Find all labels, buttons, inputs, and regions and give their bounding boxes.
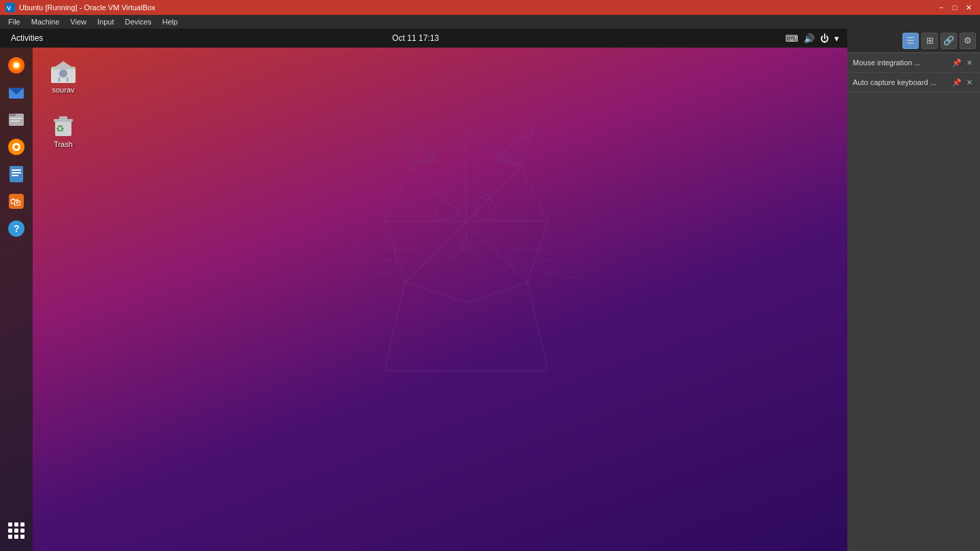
topbar-right: ⌨ 🔊 ⏻ ▾ (785, 33, 839, 44)
svg-point-36 (14, 145, 18, 149)
dock-writer[interactable] (4, 162, 29, 186)
title-bar: V Ubuntu [Running] - Oracle VM VirtualBo… (0, 0, 980, 15)
svg-rect-40 (12, 175, 18, 176)
desktop-content: sourav ♻ (33, 48, 847, 551)
svg-point-27 (14, 63, 19, 68)
menu-help[interactable]: Help (157, 16, 184, 27)
topbar-left: Activities (8, 33, 46, 43)
close-button[interactable]: ✕ (962, 2, 975, 13)
svg-text:V: V (7, 5, 11, 12)
maximize-button[interactable]: □ (949, 2, 961, 13)
ubuntu-dock: 🛍 ? (0, 48, 33, 551)
main-area: Activities Oct 11 17:13 ⌨ 🔊 ⏻ ▾ (0, 29, 980, 551)
close-notif-1-button[interactable]: ✕ (964, 57, 975, 68)
svg-rect-39 (12, 172, 21, 173)
notif-actions-1: 📌 ✕ (951, 57, 975, 68)
activities-button[interactable]: Activities (8, 33, 46, 43)
svg-rect-53 (59, 116, 67, 120)
home-folder-desktop-icon[interactable]: sourav (39, 54, 87, 97)
home-folder-image (50, 57, 77, 84)
home-folder-label: sourav (52, 86, 74, 94)
date-time: Oct 11 17:13 (392, 33, 439, 43)
mouse-integration-notif[interactable]: Mouse integration ... 📌 ✕ (847, 53, 980, 73)
keyboard-capture-text: Auto capture keyboard ... (853, 78, 951, 86)
trash-image: ♻ (50, 112, 77, 139)
right-panel: ☰ ⊞ 🔗 ⚙ Mouse integration ... 📌 ✕ Auto c… (847, 29, 980, 551)
svg-point-48 (59, 69, 67, 78)
dock-files[interactable] (4, 107, 29, 132)
svg-marker-47 (51, 61, 76, 69)
menu-bar: File Machine View Input Devices Help (0, 15, 980, 29)
svg-text:?: ? (14, 223, 20, 234)
svg-rect-32 (10, 118, 22, 119)
svg-rect-31 (9, 114, 16, 116)
mouse-integration-text: Mouse integration ... (853, 59, 951, 67)
topbar-center: Oct 11 17:13 (392, 33, 439, 43)
trash-desktop-icon[interactable]: ♻ Trash (39, 109, 87, 151)
svg-rect-37 (10, 166, 23, 182)
menu-view[interactable]: View (65, 16, 92, 27)
title-bar-controls: − □ ✕ (935, 2, 975, 13)
menu-file[interactable]: File (3, 16, 26, 27)
power-icon[interactable]: ⏻ (820, 33, 829, 44)
menu-devices[interactable]: Devices (119, 16, 157, 27)
menu-machine[interactable]: Machine (26, 16, 65, 27)
menu-input[interactable]: Input (92, 16, 119, 27)
close-notif-2-button[interactable]: ✕ (964, 77, 975, 88)
svg-rect-38 (12, 169, 21, 171)
ubuntu-topbar: Activities Oct 11 17:13 ⌨ 🔊 ⏻ ▾ (0, 29, 847, 48)
link-button[interactable]: 🔗 (941, 33, 957, 49)
minimize-button[interactable]: − (935, 2, 947, 13)
dock-appstore[interactable]: 🛍 (4, 189, 29, 214)
svg-rect-33 (10, 120, 20, 122)
pin-notif-1-button[interactable]: 📌 (951, 57, 962, 68)
pin-notif-2-button[interactable]: 📌 (951, 77, 962, 88)
keyboard-icon[interactable]: ⌨ (785, 33, 798, 44)
trash-label: Trash (54, 140, 73, 148)
settings-button[interactable]: ⚙ (960, 33, 976, 49)
dock-thunderbird[interactable] (4, 80, 29, 105)
ubuntu-vm-area: Activities Oct 11 17:13 ⌨ 🔊 ⏻ ▾ (0, 29, 847, 551)
dock-firefox[interactable] (4, 53, 29, 78)
dropdown-arrow-icon[interactable]: ▾ (834, 33, 839, 44)
grid-view-button[interactable]: ⊞ (921, 33, 938, 49)
virtualbox-window: V Ubuntu [Running] - Oracle VM VirtualBo… (0, 0, 980, 551)
svg-text:♻: ♻ (56, 123, 65, 134)
notif-actions-2: 📌 ✕ (951, 77, 975, 88)
dock-rhythmbox[interactable] (4, 135, 29, 159)
window-title: Ubuntu [Running] - Oracle VM VirtualBox (19, 3, 155, 12)
vbox-app-icon: V (5, 3, 15, 12)
apps-grid-icon (8, 522, 24, 539)
right-toolbar: ☰ ⊞ 🔗 ⚙ (847, 29, 980, 53)
svg-text:🛍: 🛍 (10, 196, 21, 207)
dock-help[interactable]: ? (4, 216, 29, 241)
list-view-button[interactable]: ☰ (902, 33, 919, 49)
title-bar-left: V Ubuntu [Running] - Oracle VM VirtualBo… (5, 3, 155, 12)
ubuntu-desktop[interactable]: 🛍 ? (0, 48, 847, 551)
show-apps-button[interactable] (4, 518, 29, 543)
keyboard-capture-notif[interactable]: Auto capture keyboard ... 📌 ✕ (847, 73, 980, 93)
volume-icon[interactable]: 🔊 (804, 33, 815, 44)
